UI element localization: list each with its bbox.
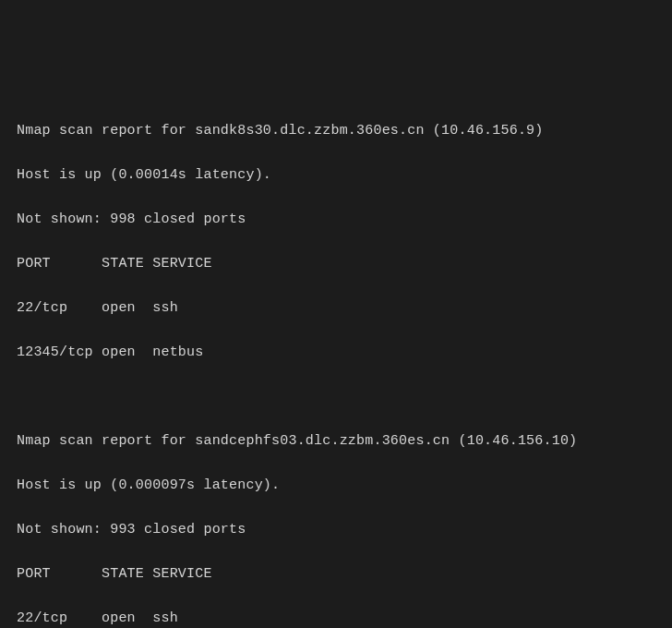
not-shown: Not shown: 993 closed ports [17, 519, 655, 541]
port-row: 22/tcp open ssh [17, 608, 655, 628]
port-columns: PORT STATE SERVICE [17, 563, 655, 586]
scan-header: Nmap scan report for sandk8s30.dlc.zzbm.… [17, 120, 655, 142]
blank-line [17, 386, 655, 408]
host-status: Host is up (0.000097s latency). [17, 475, 655, 497]
host-status: Host is up (0.00014s latency). [17, 164, 655, 187]
terminal-output: Nmap scan report for sandk8s30.dlc.zzbm.… [17, 98, 655, 628]
port-row: 22/tcp open ssh [17, 297, 655, 320]
not-shown: Not shown: 998 closed ports [17, 209, 655, 231]
scan-header: Nmap scan report for sandcephfs03.dlc.zz… [17, 430, 655, 453]
port-row: 12345/tcp open netbus [17, 342, 655, 364]
port-columns: PORT STATE SERVICE [17, 253, 655, 275]
